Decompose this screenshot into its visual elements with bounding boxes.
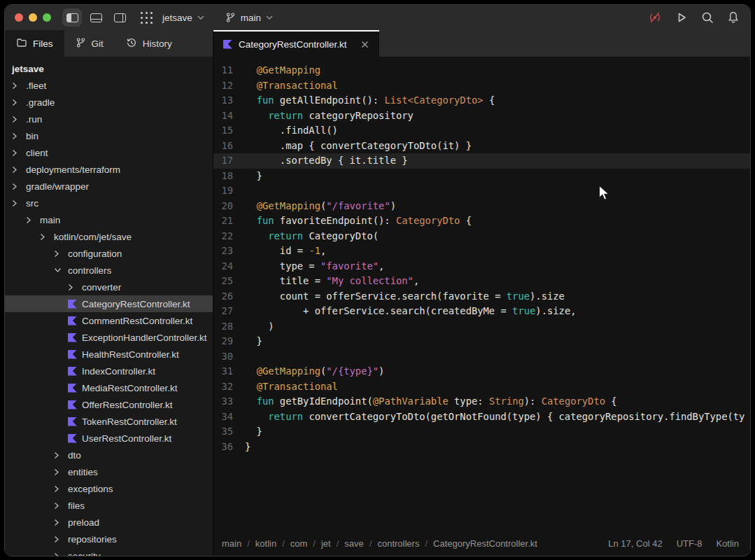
code-line[interactable]: 36} <box>213 440 750 455</box>
code-line[interactable]: 26 count = offerService.search(favorite … <box>213 289 750 304</box>
chevron-right-icon[interactable] <box>54 451 68 459</box>
code-line[interactable]: 20 @GetMapping("/favorite") <box>213 199 750 214</box>
code-line[interactable]: 17 .sortedBy { it.title } <box>213 153 750 169</box>
code-line[interactable]: 11 @GetMapping <box>213 63 750 78</box>
tools-grid-icon[interactable] <box>141 12 153 24</box>
tree-item-file[interactable]: UserRestController.kt <box>5 430 213 447</box>
code-line[interactable]: 19 <box>213 183 750 199</box>
branch-selector[interactable]: main <box>225 12 273 23</box>
tree-item-folder[interactable]: dto <box>5 447 213 463</box>
run-icon[interactable] <box>675 10 689 24</box>
code-line[interactable]: 30 <box>213 349 750 365</box>
breadcrumb-item[interactable]: save <box>344 538 363 549</box>
code-line[interactable]: 16 .map { convertCategoryToDto(it) } <box>213 139 750 154</box>
chevron-right-icon[interactable] <box>12 82 26 90</box>
minimize-window-button[interactable] <box>29 13 37 22</box>
tree-item-folder[interactable]: security <box>5 547 213 556</box>
search-icon[interactable] <box>700 10 714 24</box>
code-line[interactable]: 22 return CategoryDto( <box>213 229 750 244</box>
code-line[interactable]: 18 } <box>213 169 750 184</box>
tree-item-file[interactable]: IndexController.kt <box>5 363 213 379</box>
tree-item-folder[interactable]: .run <box>5 111 213 127</box>
chevron-right-icon[interactable] <box>12 99 26 106</box>
close-tab-icon[interactable] <box>360 40 369 49</box>
tree-item-folder[interactable]: kotlin/com/jet/save <box>5 228 213 245</box>
code-line[interactable]: 23 id = -1, <box>213 244 750 259</box>
code-line[interactable]: 28 ) <box>213 319 750 335</box>
chevron-right-icon[interactable] <box>54 519 68 526</box>
notifications-bell-icon[interactable] <box>726 10 740 24</box>
tree-item-folder[interactable]: client <box>5 144 213 161</box>
code-line[interactable]: 27 + offerService.search(createdByMe = t… <box>213 304 750 319</box>
project-selector[interactable]: jetsave <box>162 13 204 23</box>
breadcrumb-item[interactable]: com <box>290 538 308 549</box>
chevron-right-icon[interactable] <box>54 250 68 258</box>
code-line[interactable]: 29 } <box>213 334 750 349</box>
sidebar-tab-files[interactable]: Files <box>5 30 64 57</box>
code-editor[interactable]: 11 @GetMapping12 @Transactional13 fun ge… <box>213 57 750 531</box>
tree-item-folder[interactable]: exceptions <box>5 480 213 497</box>
tree-item-folder[interactable]: entities <box>5 463 213 480</box>
editor-tab-active[interactable]: CategoryRestController.kt <box>213 30 379 57</box>
tree-item-folder[interactable]: files <box>5 497 213 514</box>
live-share-off-icon[interactable] <box>647 10 663 24</box>
tree-item-file[interactable]: MediaRestController.kt <box>5 379 213 396</box>
chevron-right-icon[interactable] <box>12 166 26 174</box>
code-line[interactable]: 34 return convertCategoryToDto(getOrNotF… <box>213 410 750 425</box>
tree-item-file[interactable]: OfferRestController.kt <box>5 396 213 413</box>
breadcrumb-item[interactable]: jet <box>321 538 331 549</box>
chevron-down-icon[interactable] <box>54 267 68 273</box>
sidebar-tab-history[interactable]: History <box>115 30 183 57</box>
caret-position[interactable]: Ln 17, Col 42 <box>608 538 662 549</box>
breadcrumb-item[interactable]: kotlin <box>255 538 276 549</box>
tree-item-folder[interactable]: repositories <box>5 531 213 547</box>
tree-item-folder[interactable]: configuration <box>5 245 213 262</box>
tree-item-folder[interactable]: controllers <box>5 262 213 279</box>
chevron-right-icon[interactable] <box>12 183 26 190</box>
code-line[interactable]: 35 } <box>213 424 750 440</box>
toggle-right-panel-button[interactable] <box>110 8 129 27</box>
code-line[interactable]: 31 @GetMapping("/{type}") <box>213 364 750 379</box>
chevron-right-icon[interactable] <box>54 536 68 543</box>
tree-item-folder[interactable]: converter <box>5 279 213 295</box>
tree-item-folder[interactable]: jetsave <box>5 60 213 77</box>
code-line[interactable]: 33 fun getByIdEndpoint(@PathVariable typ… <box>213 394 750 410</box>
code-line[interactable]: 21 fun favoriteEndpoint(): CategoryDto { <box>213 214 750 229</box>
chevron-right-icon[interactable] <box>12 149 26 157</box>
breadcrumb-item[interactable]: controllers <box>377 538 419 549</box>
chevron-right-icon[interactable] <box>12 132 26 140</box>
code-line[interactable]: 15 .findAll() <box>213 123 750 139</box>
chevron-right-icon[interactable] <box>12 200 26 207</box>
code-line[interactable]: 24 type = "favorite", <box>213 259 750 274</box>
breadcrumb-item[interactable]: main <box>222 538 241 549</box>
chevron-right-icon[interactable] <box>54 468 68 476</box>
chevron-right-icon[interactable] <box>12 115 26 123</box>
tree-item-file[interactable]: ExceptionHandlerController.kt <box>5 329 213 346</box>
toggle-left-panel-button[interactable] <box>62 8 82 27</box>
chevron-right-icon[interactable] <box>26 216 40 224</box>
tree-item-folder[interactable]: preload <box>5 514 213 531</box>
tree-item-folder[interactable]: bin <box>5 127 213 144</box>
tree-item-folder[interactable]: gradle/wrapper <box>5 178 213 195</box>
toggle-bottom-panel-button[interactable] <box>86 8 106 27</box>
chevron-right-icon[interactable] <box>40 233 54 241</box>
file-encoding[interactable]: UTF-8 <box>677 538 703 549</box>
close-window-button[interactable] <box>15 13 23 22</box>
tree-item-folder[interactable]: .fleet <box>5 77 213 94</box>
tree-item-file[interactable]: HealthRestController.kt <box>5 346 213 363</box>
tree-item-folder[interactable]: deployments/terraform <box>5 161 213 178</box>
file-language[interactable]: Kotlin <box>716 538 739 549</box>
tree-item-file[interactable]: CommentRestController.kt <box>5 312 213 329</box>
chevron-right-icon[interactable] <box>68 284 82 291</box>
tree-item-file[interactable]: TokenRestController.kt <box>5 413 213 430</box>
sidebar-tab-git[interactable]: Git <box>64 30 115 57</box>
tree-item-folder[interactable]: src <box>5 195 213 211</box>
code-line[interactable]: 12 @Transactional <box>213 78 750 94</box>
code-line[interactable]: 32 @Transactional <box>213 379 750 395</box>
chevron-right-icon[interactable] <box>54 485 68 493</box>
chevron-right-icon[interactable] <box>54 552 68 556</box>
breadcrumb-item[interactable]: CategoryRestController.kt <box>433 538 537 549</box>
code-line[interactable]: 13 fun getAllEndpoint(): List<CategoryDt… <box>213 93 750 108</box>
zoom-window-button[interactable] <box>43 13 51 22</box>
tree-item-file[interactable]: CategoryRestController.kt <box>5 295 213 312</box>
